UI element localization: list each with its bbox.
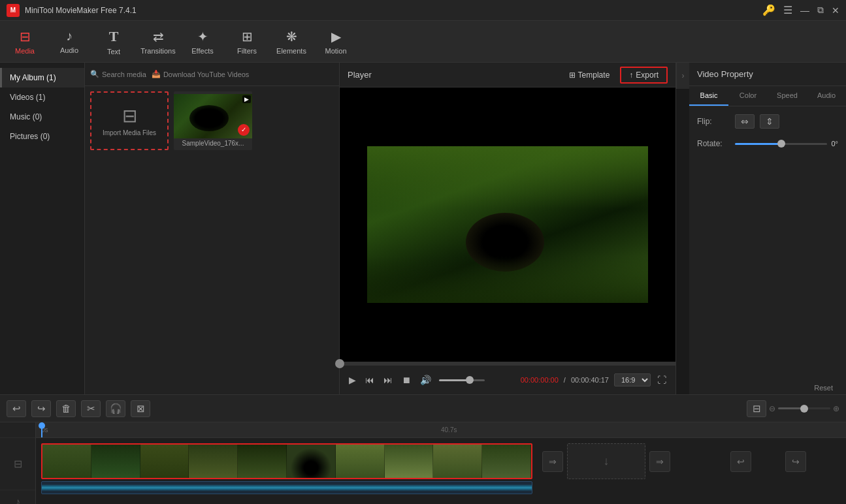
crop-button[interactable]: ⊠ bbox=[131, 400, 150, 417]
tab-audio[interactable]: Audio bbox=[807, 86, 846, 106]
effects-icon: ✦ bbox=[197, 29, 208, 44]
media-label: Media bbox=[15, 47, 35, 55]
redo-button[interactable]: ↪ bbox=[31, 400, 51, 417]
volume-slider[interactable] bbox=[439, 379, 485, 381]
transitions-icon: ⇄ bbox=[153, 29, 164, 44]
audio-icon: ♪ bbox=[66, 29, 73, 44]
video-track: ⇒ ↓ ⇒ ↩ ↪ bbox=[36, 441, 846, 493]
panel-collapse-button[interactable]: › bbox=[676, 63, 689, 89]
title-bar-left: M MiniTool MovieMaker Free 7.4.1 bbox=[7, 4, 137, 17]
track-loop-before[interactable]: ↩ bbox=[730, 451, 751, 472]
video-track-label: ⊟ bbox=[0, 438, 35, 490]
track-transition-before[interactable]: ⇒ bbox=[542, 451, 563, 472]
tab-speed[interactable]: Speed bbox=[768, 86, 807, 106]
player-progress-bar[interactable] bbox=[340, 362, 675, 366]
media-item-video[interactable]: ▶ ✓ SampleVideo_176x... bbox=[174, 91, 252, 150]
template-button[interactable]: ⊞ Template bbox=[564, 68, 615, 82]
import-media-button[interactable]: ⊟ Import Media Files bbox=[90, 91, 169, 150]
sidebar: My Album (1) Videos (1) Music (0) Pictur… bbox=[0, 63, 85, 394]
reset-button[interactable]: Reset bbox=[809, 381, 838, 394]
timeline-ruler: 0s 40.7s bbox=[36, 422, 846, 438]
undo-button[interactable]: ↩ bbox=[7, 400, 26, 417]
video-scene bbox=[367, 146, 648, 303]
music-track bbox=[36, 493, 846, 504]
flip-row: Flip: ⇔ ⇕ bbox=[697, 114, 838, 129]
close-button[interactable]: ✕ bbox=[832, 5, 839, 16]
minimize-button[interactable]: — bbox=[800, 5, 809, 16]
progress-thumb[interactable] bbox=[335, 359, 344, 368]
stop-button[interactable]: ⏹ bbox=[400, 373, 412, 386]
audio-detach-button[interactable]: 🎧 bbox=[106, 400, 125, 417]
sidebar-item-music[interactable]: Music (0) bbox=[0, 107, 84, 127]
sidebar-item-videos[interactable]: Videos (1) bbox=[0, 87, 84, 107]
export-button[interactable]: ↑ Export bbox=[620, 67, 668, 84]
toolbar-transitions[interactable]: ⇄ Transitions bbox=[136, 23, 180, 61]
time-separator: / bbox=[564, 376, 566, 384]
flip-label: Flip: bbox=[697, 117, 730, 126]
controls-right: 00:00:00:00 / 00:00:40:17 16:9 4:3 9:16 … bbox=[521, 373, 668, 386]
property-tabs: Basic Color Speed Audio bbox=[689, 86, 846, 106]
text-icon: T bbox=[109, 28, 119, 45]
toolbar-effects[interactable]: ✦ Effects bbox=[180, 23, 225, 61]
tab-basic[interactable]: Basic bbox=[689, 86, 728, 106]
video-strip[interactable] bbox=[41, 443, 532, 479]
next-frame-button[interactable]: ⏭ bbox=[382, 373, 394, 386]
track-labels: ⊟ ♪ bbox=[0, 422, 36, 504]
music-track-label: ♪ bbox=[0, 490, 35, 504]
strip-frame bbox=[482, 445, 531, 478]
text-label: Text bbox=[107, 48, 120, 55]
toolbar-audio[interactable]: ♪ Audio bbox=[47, 23, 91, 61]
title-bar: M MiniTool MovieMaker Free 7.4.1 🔑 ☰ — ⧉… bbox=[0, 0, 846, 21]
strip-frame bbox=[433, 445, 482, 478]
side-track-controls: ⇒ ↓ ⇒ ↩ ↪ bbox=[536, 443, 846, 479]
key-icon: 🔑 bbox=[762, 4, 775, 16]
video-track-icon: ⊟ bbox=[14, 458, 22, 470]
play-button[interactable]: ▶ bbox=[348, 373, 357, 386]
toolbar-motion[interactable]: ▶ Motion bbox=[314, 23, 358, 61]
track-transition-after[interactable]: ⇒ bbox=[649, 451, 670, 472]
split-button[interactable]: ⊟ bbox=[747, 400, 766, 417]
download-youtube-button[interactable]: 📥 Download YouTube Videos bbox=[152, 70, 250, 78]
rotate-slider[interactable] bbox=[735, 143, 827, 145]
download-label: Download YouTube Videos bbox=[163, 71, 250, 78]
elements-icon: ❋ bbox=[286, 29, 297, 44]
timeline-tools-right: ⊟ ⊖ ⊕ bbox=[747, 400, 839, 417]
player-header: Player ⊞ Template ↑ Export bbox=[340, 63, 675, 87]
template-icon: ⊞ bbox=[569, 71, 576, 80]
video-area bbox=[340, 87, 675, 362]
volume-button[interactable]: 🔊 bbox=[419, 373, 432, 386]
aspect-ratio-select[interactable]: 16:9 4:3 9:16 1:1 bbox=[614, 373, 651, 386]
search-placeholder: Search media bbox=[102, 71, 146, 78]
delete-button[interactable]: 🗑 bbox=[56, 400, 76, 417]
toolbar-filters[interactable]: ⊞ Filters bbox=[225, 23, 269, 61]
search-box[interactable]: 🔍 Search media bbox=[90, 70, 146, 78]
prev-frame-button[interactable]: ⏮ bbox=[364, 373, 376, 386]
playhead-indicator bbox=[39, 422, 45, 429]
app-logo: M bbox=[7, 4, 20, 17]
music-track-icon: ♪ bbox=[15, 496, 20, 505]
media-content: 🔍 Search media 📥 Download YouTube Videos… bbox=[85, 63, 339, 394]
flip-vertical-button[interactable]: ⇕ bbox=[760, 114, 779, 129]
main-layout: My Album (1) Videos (1) Music (0) Pictur… bbox=[0, 63, 846, 394]
maximize-button[interactable]: ⧉ bbox=[817, 5, 824, 16]
rotate-slider-container: 0° bbox=[735, 140, 838, 148]
toolbar-elements[interactable]: ❋ Elements bbox=[269, 23, 314, 61]
sidebar-item-my-album[interactable]: My Album (1) bbox=[0, 68, 84, 87]
export-icon: ↑ bbox=[629, 71, 633, 80]
sidebar-item-pictures[interactable]: Pictures (0) bbox=[0, 127, 84, 146]
tab-color[interactable]: Color bbox=[728, 86, 768, 106]
audio-waveform-strip bbox=[41, 481, 532, 494]
flip-horizontal-button[interactable]: ⇔ bbox=[735, 114, 755, 129]
filters-label: Filters bbox=[237, 47, 257, 55]
playhead[interactable] bbox=[41, 422, 42, 437]
track-insert-zone[interactable]: ↓ bbox=[567, 443, 645, 479]
toolbar-text[interactable]: T Text bbox=[91, 23, 136, 61]
fullscreen-button[interactable]: ⛶ bbox=[656, 373, 668, 386]
zoom-slider[interactable] bbox=[778, 407, 830, 409]
track-loop-after[interactable]: ↪ bbox=[785, 451, 806, 472]
track-area: 0s 40.7s bbox=[36, 422, 846, 504]
cut-button[interactable]: ✂ bbox=[81, 400, 101, 417]
toolbar-media[interactable]: ⊟ Media bbox=[3, 23, 47, 61]
rotate-row: Rotate: 0° bbox=[697, 139, 838, 148]
video-preview bbox=[367, 146, 648, 303]
